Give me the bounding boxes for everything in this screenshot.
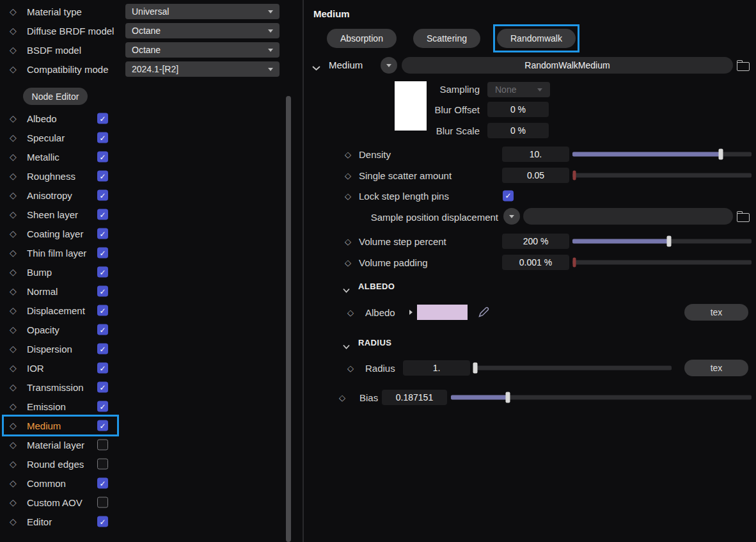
sampling-dropdown[interactable]: None: [487, 82, 550, 97]
slider-handle[interactable]: [719, 148, 723, 159]
albedo-section-header[interactable]: ALBEDO: [303, 280, 756, 293]
channel-row[interactable]: ◇ Albedo ✓: [0, 109, 128, 128]
channel-row[interactable]: ◇ Dispersion ✓: [0, 339, 128, 358]
slider-handle[interactable]: [572, 257, 576, 267]
radius-section-header[interactable]: RADIUS: [303, 337, 756, 349]
channel-row[interactable]: ◇ Common ✓: [0, 474, 128, 493]
single-scatter-slider[interactable]: [572, 167, 752, 183]
property-dropdown[interactable]: Octane: [125, 23, 280, 38]
radius-slider[interactable]: [473, 360, 672, 376]
channel-checkbox[interactable]: ✓: [97, 228, 108, 239]
channel-checkbox[interactable]: ✓: [97, 344, 108, 355]
blur-scale-field[interactable]: 0 %: [487, 123, 549, 138]
single-scatter-field[interactable]: 0.05: [502, 168, 569, 183]
channel-row[interactable]: ◇ IOR ✓: [0, 358, 128, 378]
chevron-down-icon[interactable]: [312, 62, 320, 73]
channel-checkbox[interactable]: ✓: [97, 248, 108, 259]
albedo-tex-button[interactable]: tex: [684, 304, 748, 321]
medium-node-dropdown-button[interactable]: [381, 57, 397, 74]
bias-slider[interactable]: [451, 389, 752, 405]
channel-row[interactable]: ◇ Sheen layer ✓: [0, 205, 128, 224]
check-icon: ✓: [99, 518, 106, 525]
diamond-icon: ◇: [345, 171, 351, 179]
bias-field[interactable]: 0.187151: [382, 390, 447, 405]
channel-checkbox[interactable]: ✓: [97, 267, 108, 278]
property-dropdown[interactable]: 2024.1-[R2]: [125, 61, 280, 77]
channel-checkbox[interactable]: ✓: [97, 209, 108, 220]
sample-position-dropdown-button[interactable]: [503, 208, 520, 225]
channel-label: Specular: [27, 132, 65, 143]
check-icon: ✓: [99, 287, 106, 295]
channel-row[interactable]: ◇ Round edges ✓: [0, 454, 128, 474]
lock-pins-checkbox[interactable]: ✓: [503, 190, 514, 201]
channel-checkbox[interactable]: ✓: [97, 132, 108, 143]
channel-label: Medium: [27, 420, 61, 431]
channel-row[interactable]: ◇ Emission ✓: [0, 397, 128, 416]
slider-handle[interactable]: [572, 170, 576, 180]
folder-icon[interactable]: [737, 62, 750, 71]
channel-checkbox[interactable]: ✓: [97, 420, 108, 431]
slider-handle[interactable]: [506, 392, 510, 403]
channel-row[interactable]: ◇ Material layer ✓: [0, 435, 128, 454]
volume-step-slider[interactable]: [572, 233, 752, 249]
medium-tab[interactable]: Absorption: [327, 29, 397, 48]
channel-checkbox[interactable]: ✓: [97, 190, 108, 201]
arrow-right-icon[interactable]: [409, 310, 413, 315]
folder-icon[interactable]: [737, 213, 750, 222]
diamond-icon: ◇: [10, 45, 27, 54]
property-dropdown[interactable]: Octane: [125, 42, 280, 58]
channel-row[interactable]: ◇ Coating layer ✓: [0, 224, 128, 243]
channel-row[interactable]: ◇ Thin film layer ✓: [0, 243, 128, 262]
channel-checkbox[interactable]: ✓: [97, 171, 108, 182]
check-icon: ✓: [99, 191, 106, 199]
left-panel-scrollbar[interactable]: [286, 96, 291, 542]
property-dropdown[interactable]: Universal: [125, 4, 280, 19]
property-label: Diffuse BRDF model: [27, 26, 114, 36]
medium-tab[interactable]: Scattering: [413, 29, 480, 48]
radius-tex-button[interactable]: tex: [684, 360, 748, 376]
channel-row[interactable]: ◇ Anisotropy ✓: [0, 186, 128, 205]
albedo-color-swatch[interactable]: [417, 305, 468, 320]
channel-checkbox[interactable]: ✓: [97, 401, 108, 412]
channel-checkbox[interactable]: ✓: [97, 152, 108, 163]
check-icon: ✓: [99, 383, 106, 391]
channel-checkbox[interactable]: ✓: [97, 363, 108, 374]
channel-row[interactable]: ◇ Metallic ✓: [0, 147, 128, 166]
channel-row[interactable]: ◇ Roughness ✓: [0, 166, 128, 186]
medium-tab[interactable]: Randomwalk: [497, 29, 576, 48]
channel-checkbox[interactable]: ✓: [97, 382, 108, 393]
volume-padding-field[interactable]: 0.001 %: [502, 255, 569, 270]
channel-row[interactable]: ◇ Specular ✓: [0, 128, 128, 147]
channel-row[interactable]: ◇ Medium ✓: [0, 416, 128, 435]
volume-step-field[interactable]: 200 %: [502, 234, 569, 249]
channel-checkbox[interactable]: ✓: [97, 286, 108, 297]
channel-row[interactable]: ◇ Editor ✓: [0, 512, 128, 531]
blur-offset-field[interactable]: 0 %: [487, 102, 549, 117]
volume-padding-slider[interactable]: [572, 254, 752, 270]
slider-handle[interactable]: [473, 362, 478, 373]
radius-field[interactable]: 1.: [403, 360, 470, 376]
eyedropper-icon[interactable]: [477, 305, 491, 321]
channel-row[interactable]: ◇ Normal ✓: [0, 282, 128, 301]
channel-checkbox[interactable]: ✓: [97, 324, 108, 335]
medium-node-name-field[interactable]: RandomWalkMedium: [402, 57, 733, 74]
channel-checkbox[interactable]: ✓: [97, 113, 108, 124]
channel-checkbox[interactable]: ✓: [97, 305, 108, 316]
density-field[interactable]: 10.: [502, 147, 569, 162]
channel-row[interactable]: ◇ Displacement ✓: [0, 301, 128, 320]
channel-checkbox[interactable]: ✓: [97, 516, 108, 527]
channel-row[interactable]: ◇ Opacity ✓: [0, 320, 128, 339]
channel-checkbox[interactable]: ✓: [97, 459, 108, 470]
density-slider[interactable]: [572, 146, 752, 162]
property-row: ◇ Diffuse BRDF model Octane: [0, 21, 285, 40]
channel-checkbox[interactable]: ✓: [97, 497, 108, 508]
node-editor-button[interactable]: Node Editor: [23, 88, 88, 105]
texture-preview[interactable]: [395, 81, 427, 131]
channel-row[interactable]: ◇ Custom AOV ✓: [0, 493, 128, 512]
channel-checkbox[interactable]: ✓: [97, 478, 108, 489]
channel-checkbox[interactable]: ✓: [97, 440, 108, 450]
channel-row[interactable]: ◇ Bump ✓: [0, 262, 128, 282]
channel-row[interactable]: ◇ Transmission ✓: [0, 378, 128, 397]
sample-position-field[interactable]: [523, 208, 733, 225]
slider-handle[interactable]: [667, 235, 672, 246]
